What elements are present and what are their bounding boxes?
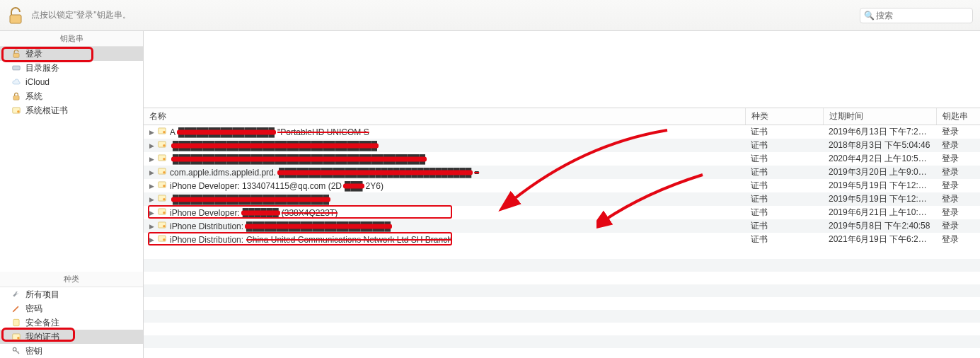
keychains-panel: 钥匙串 登录目录服务iCloud系统系统根证书 [0, 31, 143, 117]
certificate-icon [157, 220, 167, 232]
redaction-bar: ██████ [243, 208, 279, 218]
disclosure-triangle-icon[interactable]: ▶ [149, 129, 154, 136]
disclosure-triangle-icon[interactable]: ▶ [149, 196, 154, 203]
disclosure-triangle-icon[interactable]: ▶ [149, 183, 154, 190]
cell-kind: 证书 [745, 152, 823, 166]
svg-rect-6 [13, 319, 19, 325]
padlock-open-icon [11, 49, 21, 59]
svg-point-19 [163, 185, 166, 187]
keychain-item-3[interactable]: 系统 [0, 89, 143, 103]
redaction-bar: ████████████████████████ [246, 221, 391, 231]
cert-name: iPhone Distribution: [170, 221, 243, 231]
table-row[interactable]: ▶ iPhone Developer: 1334074115@qq.com (2… [144, 179, 980, 192]
category-item-4[interactable]: 密钥 [0, 344, 143, 358]
col-name[interactable]: 名称 [144, 108, 745, 125]
note-icon [11, 318, 21, 328]
certificate-icon [157, 193, 167, 205]
cell-kind: 证书 [745, 219, 823, 233]
sidebar-item-label: iCloud [25, 77, 50, 87]
table-row[interactable]: ▶ com.apple.idms.appleid.prd. ██████████… [144, 166, 980, 179]
cert-name: iPhone Distribution: [170, 235, 243, 245]
cert-name: iPhone Developer: 1334074115@qq.com (2D [170, 181, 342, 191]
table-row[interactable]: ▶ iPhone Distribution: █████████████████… [144, 219, 980, 233]
toolbar: 点按以锁定"登录"钥匙串。 🔍 [0, 0, 980, 31]
cert-name-suffix: "PortableHD UNICOM S [277, 127, 369, 137]
redaction-bar: ██████████████████████████ [173, 195, 329, 204]
cert-folder-icon [11, 105, 21, 115]
sidebar-item-label: 登录 [25, 48, 42, 60]
cert-name: com.apple.idms.appleid.prd. [170, 168, 276, 178]
svg-point-17 [163, 171, 166, 174]
cloud-icon [11, 77, 21, 87]
redaction-bar: ███ [345, 181, 363, 191]
svg-point-11 [163, 131, 166, 134]
table-row[interactable]: ▶ ██████████████████████████ 证书 2019年5月1… [144, 192, 980, 206]
category-item-0[interactable]: 所有项目 [0, 287, 143, 301]
svg-point-13 [163, 144, 166, 147]
cert-name-suffix: = [474, 168, 479, 178]
cell-keychain: 登录 [936, 139, 980, 152]
table-row[interactable]: ▶ ██████████████████████████████████ 证书 … [144, 139, 980, 152]
keychain-item-2[interactable]: iCloud [0, 75, 143, 89]
keychains-header: 钥匙串 [0, 31, 143, 47]
main-area: 名称 种类 过期时间 钥匙串 ▶ A ████████████████ "Por… [144, 31, 980, 358]
cell-kind: 证书 [745, 166, 823, 179]
cell-expires: 2019年6月21日 上午10:51:21 [823, 206, 936, 219]
svg-point-15 [163, 158, 166, 161]
disclosure-triangle-icon[interactable]: ▶ [149, 223, 154, 230]
redaction-bar: ████████████████████████████████ [279, 168, 471, 178]
keychain-item-0[interactable]: 登录 [0, 47, 143, 61]
certificate-icon [157, 139, 167, 151]
category-item-1[interactable]: 密码 [0, 301, 143, 316]
svg-rect-3 [13, 96, 19, 100]
categories-header: 种类 [0, 272, 143, 287]
category-item-3[interactable]: 我的证书 [0, 330, 143, 344]
table-row[interactable]: ▶ ██████████████████████████████████████… [144, 152, 980, 166]
padlock-closed-icon [11, 91, 21, 101]
disclosure-triangle-icon[interactable]: ▶ [149, 236, 154, 243]
padlock-open-icon[interactable] [7, 6, 24, 25]
svg-point-9 [13, 347, 16, 351]
search-input[interactable] [860, 8, 973, 23]
disclosure-triangle-icon[interactable]: ▶ [149, 169, 154, 176]
cert-icon [11, 332, 21, 342]
sidebar: 钥匙串 登录目录服务iCloud系统系统根证书 种类 所有项目密码安全备注我的证… [0, 31, 144, 358]
cell-expires: 2021年6月19日 下午6:27:52 [823, 233, 936, 246]
col-expires[interactable]: 过期时间 [823, 108, 936, 125]
disclosure-triangle-icon[interactable]: ▶ [149, 156, 154, 163]
redaction-bar: ████████████████ [178, 127, 275, 137]
certificate-icon [157, 153, 167, 165]
cell-expires: 2019年5月19日 下午12:51:51 [823, 179, 936, 192]
keychain-access-window: 点按以锁定"登录"钥匙串。 🔍 钥匙串 登录目录服务iCloud系统系统根证书 … [0, 0, 980, 358]
cell-kind: 证书 [745, 139, 823, 152]
table-row[interactable]: ▶ iPhone Developer: ██████ (338X4Q223T) … [144, 206, 980, 219]
cell-expires: 2019年3月20日 上午9:00:20 [823, 166, 936, 179]
keychain-item-4[interactable]: 系统根证书 [0, 103, 143, 117]
search-field-wrap: 🔍 [860, 8, 973, 23]
sidebar-item-label: 我的证书 [25, 331, 59, 343]
category-item-2[interactable]: 安全备注 [0, 316, 143, 330]
table-row[interactable]: ▶ A ████████████████ "PortableHD UNICOM … [144, 125, 980, 139]
sidebar-item-label: 目录服务 [25, 62, 59, 74]
table-row[interactable]: ▶ iPhone Distribution: China United Comm… [144, 233, 980, 246]
col-keychain[interactable]: 钥匙串 [936, 108, 980, 125]
cell-expires: 2018年8月3日 下午5:04:46 [823, 139, 936, 152]
cell-keychain: 登录 [936, 206, 980, 219]
system-disk-icon [11, 63, 21, 73]
keychain-item-1[interactable]: 目录服务 [0, 61, 143, 75]
pencil-icon [11, 304, 21, 313]
disclosure-triangle-icon[interactable]: ▶ [149, 209, 154, 216]
certificate-icon [157, 207, 167, 219]
svg-point-27 [163, 238, 166, 241]
svg-point-21 [163, 198, 166, 201]
cert-name-suffix: China United Communications Network Ltd … [246, 235, 452, 245]
certificates-table: 名称 种类 过期时间 钥匙串 ▶ A ████████████████ "Por… [144, 108, 980, 246]
svg-point-25 [163, 225, 166, 228]
sidebar-item-label: 所有项目 [25, 289, 59, 301]
col-kind[interactable]: 种类 [745, 108, 823, 125]
cell-kind: 证书 [745, 125, 823, 139]
cell-keychain: 登录 [936, 219, 980, 233]
disclosure-triangle-icon[interactable]: ▶ [149, 142, 154, 149]
sidebar-item-label: 密码 [25, 303, 42, 315]
svg-rect-0 [10, 15, 21, 23]
